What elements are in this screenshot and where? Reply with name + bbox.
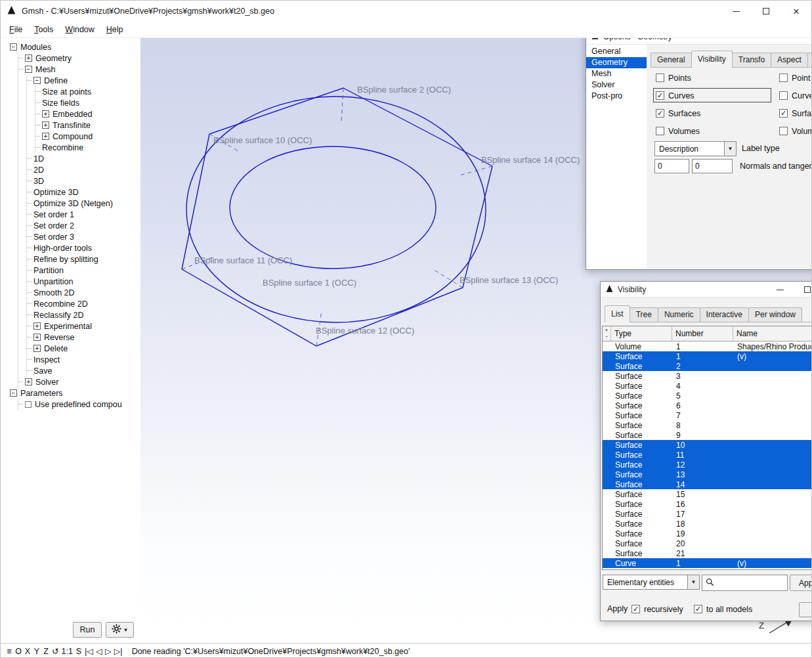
visibility-tab-tree[interactable]: Tree bbox=[630, 307, 658, 322]
table-row-surface-9[interactable]: Surface9 bbox=[603, 430, 812, 440]
search-input[interactable] bbox=[702, 575, 788, 591]
minimize-button[interactable] bbox=[721, 1, 751, 22]
table-row-surface-20[interactable]: Surface20 bbox=[603, 538, 812, 548]
tree-item-optimize-3d[interactable]: Optimize 3D bbox=[27, 186, 140, 198]
expand-box-icon[interactable]: + bbox=[33, 334, 41, 341]
recursively-checkbox[interactable]: ✓recursively bbox=[631, 603, 683, 615]
axis-x-button[interactable]: X bbox=[23, 647, 32, 656]
surfaces-checkbox[interactable]: ✓Surfaces bbox=[656, 108, 700, 119]
tree-item-parameters[interactable]: −Parameters bbox=[10, 387, 140, 399]
volumes-checkbox[interactable]: Volumes bbox=[656, 125, 700, 137]
tree-item-transfinite[interactable]: +Transfinite bbox=[35, 120, 140, 131]
options-tab-transfo[interactable]: Transfo bbox=[732, 53, 771, 67]
table-row-surface-6[interactable]: Surface6 bbox=[603, 401, 812, 410]
menu-file[interactable]: File bbox=[3, 23, 28, 36]
apply-label[interactable]: Apply bbox=[607, 604, 628, 613]
table-row-surface-19[interactable]: Surface19 bbox=[603, 529, 812, 538]
cut-off-button[interactable] bbox=[799, 602, 812, 617]
volume-labels-checkbox[interactable]: Volume labels bbox=[779, 125, 812, 137]
tree-item-recombine[interactable]: Recombine bbox=[35, 142, 140, 153]
table-row-surface-8[interactable]: Surface8 bbox=[603, 420, 812, 430]
column-header-type[interactable]: Type bbox=[611, 326, 672, 341]
sort-none-button[interactable]: - bbox=[606, 334, 608, 339]
rotation-center-button[interactable]: ↺ bbox=[51, 646, 60, 656]
table-row-surface-7[interactable]: Surface7 bbox=[603, 410, 812, 420]
sort-corner-buttons[interactable]: * - bbox=[603, 326, 611, 341]
tree-item-inspect[interactable]: Inspect bbox=[27, 354, 140, 365]
to-all-models-checkbox[interactable]: ✓to all models bbox=[694, 603, 752, 615]
visibility-dialog-titlebar[interactable]: Visibility bbox=[601, 282, 812, 297]
entity-filter-dropdown[interactable]: Elementary entities ▼ bbox=[603, 575, 700, 590]
options-nav-post-pro[interactable]: Post-pro bbox=[586, 91, 647, 102]
expand-box-icon[interactable]: + bbox=[42, 110, 49, 118]
menu-window[interactable]: Window bbox=[59, 23, 100, 36]
table-row-surface-13[interactable]: Surface13 bbox=[603, 470, 812, 479]
curve-labels-checkbox[interactable]: Curve labels bbox=[779, 90, 812, 101]
table-row-surface-11[interactable]: Surface11 bbox=[603, 450, 812, 460]
options-nav-general[interactable]: General bbox=[586, 46, 647, 57]
tree-item-delete[interactable]: +Delete bbox=[27, 343, 140, 354]
table-row-volume-1[interactable]: Volume1Shapes/Rhino Produc bbox=[603, 341, 812, 351]
label-type-dropdown[interactable]: Description ▼ bbox=[654, 141, 737, 156]
options-tab-general[interactable]: General bbox=[651, 53, 692, 67]
settings-gear-button[interactable]: ▼ bbox=[106, 622, 134, 638]
menu-help[interactable]: Help bbox=[100, 23, 129, 36]
ortho-projection-button[interactable]: O bbox=[14, 647, 23, 656]
tree-item-use-predefined-compou[interactable]: Use predefined compou bbox=[18, 399, 140, 410]
tree-item-high-order-tools[interactable]: High-order tools bbox=[27, 242, 140, 253]
tree-item-2d[interactable]: 2D bbox=[27, 164, 140, 175]
visibility-tab-interactive[interactable]: Interactive bbox=[700, 307, 749, 322]
visibility-tab-per-window[interactable]: Per window bbox=[748, 307, 802, 322]
menu-tools[interactable]: Tools bbox=[28, 23, 59, 36]
tree-item-smooth-2d[interactable]: Smooth 2D bbox=[27, 287, 140, 298]
expand-box-icon[interactable]: + bbox=[42, 121, 49, 129]
tree-item-set-order-1[interactable]: Set order 1 bbox=[27, 209, 140, 220]
collapse-box-icon[interactable]: − bbox=[25, 66, 32, 73]
options-nav-geometry[interactable]: Geometry bbox=[586, 57, 647, 68]
close-button[interactable]: × bbox=[781, 1, 811, 22]
maximize-button[interactable] bbox=[798, 282, 812, 297]
expand-box-icon[interactable]: + bbox=[25, 378, 32, 385]
tree-item-save[interactable]: Save bbox=[27, 365, 140, 376]
table-row-surface-17[interactable]: Surface17 bbox=[603, 509, 812, 519]
tree-item-partition[interactable]: Partition bbox=[27, 265, 140, 276]
collapse-box-icon[interactable]: − bbox=[10, 389, 17, 397]
tree-item-size-at-points[interactable]: Size at points bbox=[35, 86, 140, 97]
tree-item-mesh[interactable]: −Mesh bbox=[18, 64, 140, 75]
tree-item-experimental[interactable]: +Experimental bbox=[27, 320, 140, 332]
surface-labels-checkbox[interactable]: ✓Surface labels bbox=[779, 108, 812, 119]
options-tab-aspect[interactable]: Aspect bbox=[771, 53, 808, 67]
expand-box-icon[interactable]: + bbox=[25, 55, 32, 62]
tree-item-reverse[interactable]: +Reverse bbox=[27, 332, 140, 343]
column-header-name[interactable]: Name bbox=[733, 326, 812, 341]
table-row-surface-10[interactable]: Surface10 bbox=[603, 440, 812, 450]
options-tab-color[interactable]: Color bbox=[807, 53, 812, 67]
options-nav-solver[interactable]: Solver bbox=[586, 79, 647, 91]
tree-item-compound[interactable]: +Compound bbox=[35, 131, 140, 142]
visibility-tab-numeric[interactable]: Numeric bbox=[658, 307, 700, 322]
apply-button[interactable]: Apply bbox=[790, 575, 812, 591]
tree-item-set-order-3[interactable]: Set order 3 bbox=[27, 231, 140, 242]
tree-item-optimize-3d-netgen[interactable]: Optimize 3D (Netgen) bbox=[27, 198, 140, 209]
tangents-input[interactable]: 0 bbox=[692, 159, 733, 173]
curves-checkbox[interactable]: ✓Curves bbox=[656, 90, 694, 101]
minimize-button[interactable] bbox=[770, 282, 790, 297]
anim-next-button[interactable]: ▷ bbox=[104, 646, 113, 656]
tree-item-embedded[interactable]: +Embedded bbox=[35, 108, 140, 120]
title-bar[interactable]: Gmsh - C:¥Users¥mizut¥OneDrive¥Projects¥… bbox=[1, 1, 811, 22]
normals-input[interactable]: 0 bbox=[654, 159, 689, 173]
tree-item-1d[interactable]: 1D bbox=[27, 153, 140, 164]
table-row-surface-4[interactable]: Surface4 bbox=[603, 381, 812, 391]
expand-box-icon[interactable]: + bbox=[33, 322, 41, 330]
table-row-surface-14[interactable]: Surface14 bbox=[603, 479, 812, 489]
tree-item-set-order-2[interactable]: Set order 2 bbox=[27, 220, 140, 231]
table-row-curve-1[interactable]: Curve1(v) bbox=[603, 558, 812, 568]
table-row-surface-16[interactable]: Surface16 bbox=[603, 499, 812, 509]
tree-item-3d[interactable]: 3D bbox=[27, 175, 140, 186]
table-row-surface-2[interactable]: Surface2 bbox=[603, 361, 812, 371]
table-row-surface-5[interactable]: Surface5 bbox=[603, 391, 812, 401]
tree-item-define[interactable]: −Define bbox=[27, 75, 140, 86]
maximize-button[interactable] bbox=[751, 1, 781, 22]
expand-box-icon[interactable]: + bbox=[42, 133, 49, 140]
tree-item-unpartition[interactable]: Unpartition bbox=[27, 276, 140, 287]
